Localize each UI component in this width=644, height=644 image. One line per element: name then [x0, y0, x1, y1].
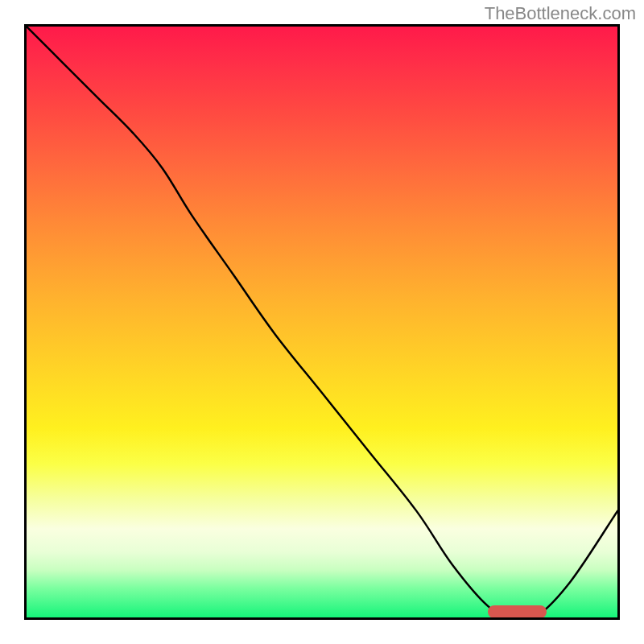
plot-area — [24, 24, 620, 620]
optimal-range-marker — [488, 605, 547, 618]
curve-svg — [27, 27, 617, 617]
attribution-text: TheBottleneck.com — [485, 3, 636, 24]
bottleneck-curve — [27, 27, 617, 617]
